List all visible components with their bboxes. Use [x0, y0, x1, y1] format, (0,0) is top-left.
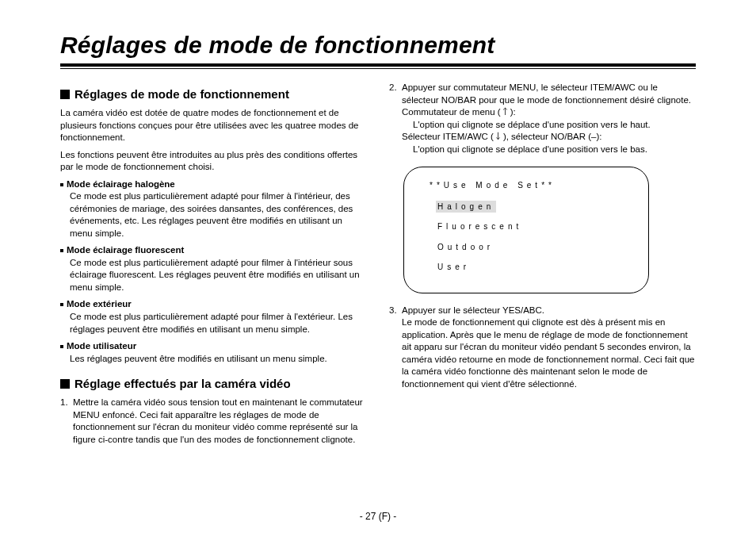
- step-body: Appuyer sur le sélecteur YES/ABC. Le mod…: [402, 305, 696, 391]
- dot-icon: [60, 303, 63, 306]
- page-title: Réglages de mode de fonctionnement: [60, 32, 495, 58]
- menu-item-fluorescent: Fluorescent: [436, 220, 524, 233]
- step-2-menu-switch: Commutateur de menu (🡑):: [402, 106, 696, 119]
- arrow-up-icon: 🡑: [501, 106, 510, 117]
- section-heading-modes: Réglages de mode de fonctionnement: [60, 86, 367, 102]
- menu-item-user: User: [436, 261, 472, 274]
- right-column: 2. Appuyer sur commutateur MENU, le séle…: [389, 82, 696, 451]
- step-2: 2. Appuyer sur commutateur MENU, le séle…: [389, 82, 696, 155]
- use-mode-set-menu: **Use Mode Set** Halogen Fluorescent Out…: [403, 167, 649, 293]
- step-number: 2.: [389, 82, 402, 155]
- step-number: 1.: [60, 397, 73, 446]
- intro-paragraph-1: La caméra vidéo est dotée de quatre mode…: [60, 107, 367, 144]
- mode-body: Les réglages peuvent être modifiés en ut…: [70, 353, 367, 366]
- mode-title: Mode éclairage fluorescent: [67, 245, 184, 255]
- mode-body: Ce mode est plus particulièrement adapté…: [70, 190, 367, 240]
- title-rule: [60, 68, 696, 69]
- step-2-intro: Appuyer sur commutateur MENU, le sélecte…: [402, 82, 696, 106]
- mode-body: Ce mode est plus particulièrement adapté…: [70, 257, 367, 294]
- section-heading-text: Réglages de mode de fonctionnement: [74, 86, 289, 102]
- step-body: Appuyer sur commutateur MENU, le sélecte…: [402, 82, 696, 155]
- arrow-down-icon: 🡓: [494, 131, 503, 142]
- step-number: 3.: [389, 305, 402, 391]
- dot-icon: [60, 345, 63, 348]
- mode-halogen: Mode éclairage halogène Ce mode est plus…: [60, 178, 367, 240]
- mode-fluorescent: Mode éclairage fluorescent Ce mode est p…: [60, 244, 367, 293]
- step-2-item-switch: Sélecteur ITEM/AWC (🡓), sélecteur NO/BAR…: [402, 131, 696, 144]
- mode-body: Ce mode est plus particulièrement adapté…: [70, 311, 367, 336]
- title-wrap: Réglages de mode de fonctionnement: [60, 32, 696, 67]
- step-3: 3. Appuyer sur le sélecteur YES/ABC. Le …: [389, 305, 696, 391]
- mode-title: Mode utilisateur: [67, 341, 136, 351]
- columns: Réglages de mode de fonctionnement La ca…: [60, 82, 696, 451]
- dot-icon: [60, 249, 63, 252]
- dot-icon: [60, 183, 63, 186]
- mode-user: Mode utilisateur Les réglages peuvent êt…: [60, 340, 367, 365]
- manual-page: Réglages de mode de fonctionnement Régla…: [0, 0, 756, 533]
- mode-title: Mode éclairage halogène: [67, 179, 175, 189]
- left-column: Réglages de mode de fonctionnement La ca…: [60, 82, 367, 451]
- intro-paragraph-2: Les fonctions peuvent être introduites a…: [60, 149, 367, 174]
- menu-title: **Use Mode Set**: [430, 180, 634, 191]
- mode-title: Mode extérieur: [67, 299, 132, 309]
- square-bullet-icon: [60, 379, 70, 389]
- step-2-item-switch-body: L'option qui clignote se déplace d'une p…: [413, 144, 696, 156]
- step-body: Mettre la caméra vidéo sous tension tout…: [73, 397, 367, 446]
- menu-item-halogen: Halogen: [436, 201, 496, 213]
- page-footer: - 27 (F) -: [0, 511, 756, 522]
- section-heading-text: Réglage effectués par la caméra vidéo: [74, 376, 291, 392]
- menu-item-outdoor: Outdoor: [436, 241, 495, 254]
- section-heading-camera: Réglage effectués par la caméra vidéo: [60, 376, 367, 392]
- square-bullet-icon: [60, 90, 70, 99]
- mode-outdoor: Mode extérieur Ce mode est plus particul…: [60, 298, 367, 336]
- step-2-menu-switch-body: L'option qui clignote se déplace d'une p…: [413, 119, 696, 132]
- step-1: 1. Mettre la caméra vidéo sous tension t…: [60, 397, 367, 446]
